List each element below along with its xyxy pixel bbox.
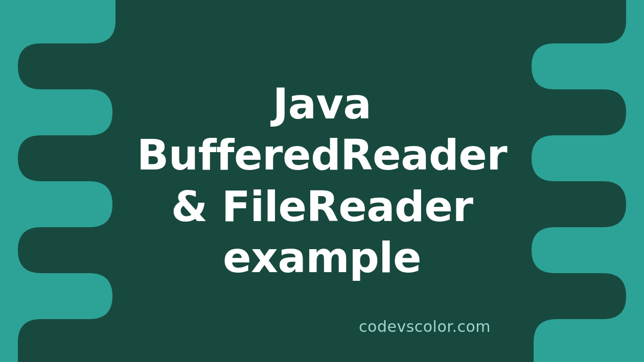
banner-title: Java BufferedReader & FileReader example bbox=[137, 79, 507, 283]
title-line-4: example bbox=[223, 233, 421, 282]
title-line-1: Java bbox=[273, 80, 372, 128]
attribution-text: codevscolor.com bbox=[359, 318, 491, 335]
title-line-2: BufferedReader bbox=[137, 131, 507, 179]
banner-content: Java BufferedReader & FileReader example… bbox=[0, 0, 644, 362]
title-line-3: & FileReader bbox=[171, 182, 473, 231]
